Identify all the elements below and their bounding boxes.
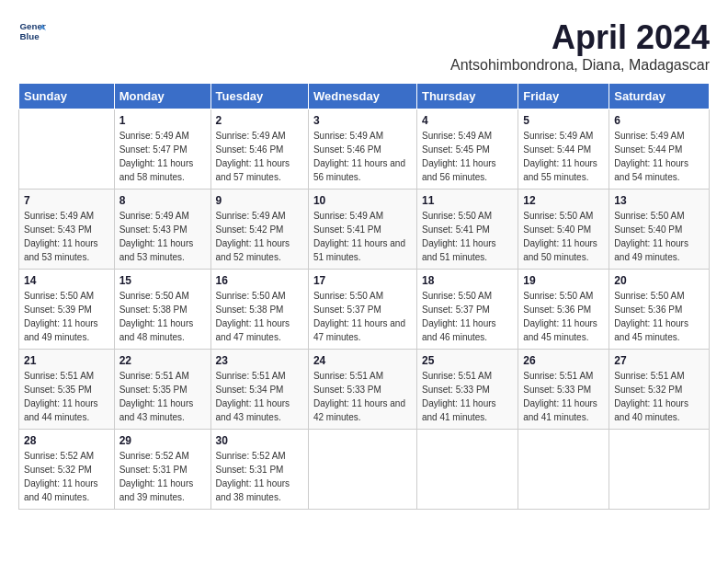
main-title: April 2024 [450,18,710,57]
day-info: Sunrise: 5:52 AMSunset: 5:32 PMDaylight:… [24,449,109,504]
day-info: Sunrise: 5:51 AMSunset: 5:33 PMDaylight:… [422,369,513,424]
week-row-2: 14Sunrise: 5:50 AMSunset: 5:39 PMDayligh… [19,270,710,350]
day-number: 7 [24,194,109,207]
day-info: Sunrise: 5:49 AMSunset: 5:42 PMDaylight:… [216,209,303,264]
calendar-cell: 10Sunrise: 5:49 AMSunset: 5:41 PMDayligh… [308,190,416,270]
calendar-cell: 25Sunrise: 5:51 AMSunset: 5:33 PMDayligh… [416,350,518,430]
calendar-cell: 24Sunrise: 5:51 AMSunset: 5:33 PMDayligh… [308,350,416,430]
day-info: Sunrise: 5:51 AMSunset: 5:33 PMDaylight:… [523,369,604,424]
week-row-0: 1Sunrise: 5:49 AMSunset: 5:47 PMDaylight… [19,109,710,190]
day-info: Sunrise: 5:50 AMSunset: 5:41 PMDaylight:… [422,209,513,264]
day-info: Sunrise: 5:51 AMSunset: 5:32 PMDaylight:… [614,369,704,424]
header-sunday: Sunday [19,84,115,109]
day-number: 28 [24,434,109,447]
title-block: April 2024 Antsohimbondrona, Diana, Mada… [450,18,710,74]
calendar-cell: 18Sunrise: 5:50 AMSunset: 5:37 PMDayligh… [416,270,518,350]
calendar-cell: 11Sunrise: 5:50 AMSunset: 5:41 PMDayligh… [416,190,518,270]
calendar-cell: 13Sunrise: 5:50 AMSunset: 5:40 PMDayligh… [609,190,710,270]
calendar-cell: 29Sunrise: 5:52 AMSunset: 5:31 PMDayligh… [114,430,210,510]
day-info: Sunrise: 5:50 AMSunset: 5:40 PMDaylight:… [523,209,604,264]
day-number: 24 [313,354,412,367]
day-number: 14 [24,274,109,287]
day-info: Sunrise: 5:49 AMSunset: 5:46 PMDaylight:… [313,129,412,184]
calendar-cell: 23Sunrise: 5:51 AMSunset: 5:34 PMDayligh… [210,350,308,430]
day-info: Sunrise: 5:49 AMSunset: 5:46 PMDaylight:… [216,129,303,184]
day-info: Sunrise: 5:50 AMSunset: 5:37 PMDaylight:… [422,289,513,344]
calendar-cell: 12Sunrise: 5:50 AMSunset: 5:40 PMDayligh… [518,190,609,270]
day-info: Sunrise: 5:49 AMSunset: 5:43 PMDaylight:… [24,209,109,264]
day-info: Sunrise: 5:51 AMSunset: 5:35 PMDaylight:… [119,369,206,424]
day-number: 16 [216,274,303,287]
calendar-cell: 27Sunrise: 5:51 AMSunset: 5:32 PMDayligh… [609,350,710,430]
day-info: Sunrise: 5:52 AMSunset: 5:31 PMDaylight:… [216,449,303,504]
calendar-cell [416,430,518,510]
day-info: Sunrise: 5:49 AMSunset: 5:44 PMDaylight:… [523,129,604,184]
svg-text:Blue: Blue [20,31,40,41]
calendar-table: SundayMondayTuesdayWednesdayThursdayFrid… [18,83,710,510]
day-info: Sunrise: 5:50 AMSunset: 5:38 PMDaylight:… [216,289,303,344]
day-info: Sunrise: 5:51 AMSunset: 5:33 PMDaylight:… [313,369,412,424]
day-info: Sunrise: 5:50 AMSunset: 5:40 PMDaylight:… [614,209,704,264]
day-info: Sunrise: 5:52 AMSunset: 5:31 PMDaylight:… [119,449,206,504]
day-number: 6 [614,114,704,127]
calendar-cell: 20Sunrise: 5:50 AMSunset: 5:36 PMDayligh… [609,270,710,350]
day-number: 4 [422,114,513,127]
calendar-cell: 19Sunrise: 5:50 AMSunset: 5:36 PMDayligh… [518,270,609,350]
day-number: 27 [614,354,704,367]
day-info: Sunrise: 5:49 AMSunset: 5:41 PMDaylight:… [313,209,412,264]
calendar-cell: 9Sunrise: 5:49 AMSunset: 5:42 PMDaylight… [210,190,308,270]
calendar-cell: 7Sunrise: 5:49 AMSunset: 5:43 PMDaylight… [19,190,115,270]
day-number: 11 [422,194,513,207]
day-info: Sunrise: 5:50 AMSunset: 5:36 PMDaylight:… [523,289,604,344]
day-number: 10 [313,194,412,207]
week-row-1: 7Sunrise: 5:49 AMSunset: 5:43 PMDaylight… [19,190,710,270]
header-tuesday: Tuesday [210,84,308,109]
day-info: Sunrise: 5:50 AMSunset: 5:39 PMDaylight:… [24,289,109,344]
day-number: 21 [24,354,109,367]
calendar-cell [308,430,416,510]
header-monday: Monday [114,84,210,109]
logo: General Blue [18,18,46,46]
calendar-cell: 5Sunrise: 5:49 AMSunset: 5:44 PMDaylight… [518,109,609,190]
day-info: Sunrise: 5:50 AMSunset: 5:38 PMDaylight:… [119,289,206,344]
day-number: 20 [614,274,704,287]
day-number: 9 [216,194,303,207]
day-info: Sunrise: 5:51 AMSunset: 5:34 PMDaylight:… [216,369,303,424]
day-number: 5 [523,114,604,127]
calendar-cell: 6Sunrise: 5:49 AMSunset: 5:44 PMDaylight… [609,109,710,190]
day-number: 29 [119,434,206,447]
day-info: Sunrise: 5:49 AMSunset: 5:47 PMDaylight:… [119,129,206,184]
logo-icon: General Blue [18,18,46,46]
day-number: 13 [614,194,704,207]
calendar-cell: 15Sunrise: 5:50 AMSunset: 5:38 PMDayligh… [114,270,210,350]
day-info: Sunrise: 5:50 AMSunset: 5:36 PMDaylight:… [614,289,704,344]
day-info: Sunrise: 5:50 AMSunset: 5:37 PMDaylight:… [313,289,412,344]
day-number: 25 [422,354,513,367]
calendar-cell: 14Sunrise: 5:50 AMSunset: 5:39 PMDayligh… [19,270,115,350]
day-number: 26 [523,354,604,367]
day-info: Sunrise: 5:49 AMSunset: 5:43 PMDaylight:… [119,209,206,264]
calendar-cell: 30Sunrise: 5:52 AMSunset: 5:31 PMDayligh… [210,430,308,510]
header-wednesday: Wednesday [308,84,416,109]
day-number: 1 [119,114,206,127]
day-number: 17 [313,274,412,287]
day-info: Sunrise: 5:49 AMSunset: 5:45 PMDaylight:… [422,129,513,184]
day-number: 2 [216,114,303,127]
day-info: Sunrise: 5:49 AMSunset: 5:44 PMDaylight:… [614,129,704,184]
calendar-cell: 4Sunrise: 5:49 AMSunset: 5:45 PMDaylight… [416,109,518,190]
calendar-cell: 8Sunrise: 5:49 AMSunset: 5:43 PMDaylight… [114,190,210,270]
day-number: 30 [216,434,303,447]
week-row-4: 28Sunrise: 5:52 AMSunset: 5:32 PMDayligh… [19,430,710,510]
day-number: 22 [119,354,206,367]
day-number: 23 [216,354,303,367]
calendar-cell: 2Sunrise: 5:49 AMSunset: 5:46 PMDaylight… [210,109,308,190]
day-number: 8 [119,194,206,207]
page-header: General Blue April 2024 Antsohimbondrona… [18,18,710,74]
week-row-3: 21Sunrise: 5:51 AMSunset: 5:35 PMDayligh… [19,350,710,430]
day-number: 12 [523,194,604,207]
calendar-cell [518,430,609,510]
calendar-cell: 28Sunrise: 5:52 AMSunset: 5:32 PMDayligh… [19,430,115,510]
calendar-cell [19,109,115,190]
calendar-cell: 3Sunrise: 5:49 AMSunset: 5:46 PMDaylight… [308,109,416,190]
header-thursday: Thursday [416,84,518,109]
